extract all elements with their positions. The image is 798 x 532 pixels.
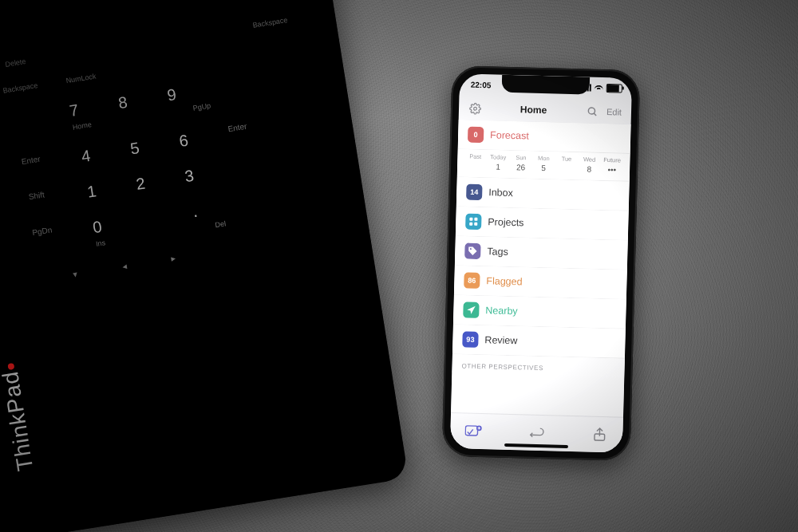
forecast-days[interactable]: PastToday1Sun26Mon5TueWed8Future••• xyxy=(457,149,630,182)
forecast-day[interactable]: Mon5 xyxy=(532,155,555,173)
svg-rect-5 xyxy=(474,223,477,226)
forecast-day[interactable]: Sun26 xyxy=(509,154,532,172)
forecast-day[interactable]: Past xyxy=(464,152,487,171)
desk-scene: DeleteBackspace BackspaceNumLock 789 Hom… xyxy=(0,0,798,532)
wifi-icon xyxy=(595,85,603,91)
perspective-label: Review xyxy=(484,334,517,346)
laptop: DeleteBackspace BackspaceNumLock 789 Hom… xyxy=(0,0,409,532)
other-perspectives-header: OTHER PERSPECTIVES xyxy=(452,354,625,377)
svg-rect-4 xyxy=(469,223,472,226)
perspective-label: Inbox xyxy=(488,187,513,199)
undo-icon[interactable] xyxy=(527,425,546,442)
forecast-day[interactable]: Future••• xyxy=(600,156,623,175)
svg-point-0 xyxy=(473,107,476,110)
forecast-label: Forecast xyxy=(490,129,529,141)
perspective-label: Flagged xyxy=(486,275,523,287)
new-inbox-icon[interactable] xyxy=(464,424,483,440)
forecast-day[interactable]: Today1 xyxy=(487,153,510,171)
laptop-surface: DeleteBackspace BackspaceNumLock 789 Hom… xyxy=(0,0,396,532)
perspective-projects[interactable]: Projects xyxy=(456,207,629,241)
edit-button[interactable]: Edit xyxy=(606,107,622,116)
perspective-tags[interactable]: Tags xyxy=(455,236,628,270)
phone-notch xyxy=(502,75,591,95)
perspective-review[interactable]: 93Review xyxy=(452,325,626,359)
settings-icon[interactable] xyxy=(468,102,481,115)
perspective-flagged[interactable]: 86Flagged xyxy=(454,266,627,300)
perspective-badge xyxy=(465,214,482,231)
perspective-badge xyxy=(464,242,481,259)
perspectives-list[interactable]: 0 Forecast PastToday1Sun26Mon5TueWed8Fut… xyxy=(451,120,631,418)
phone-screen: 22:05 Home Edit xyxy=(450,73,632,452)
share-icon[interactable] xyxy=(591,427,609,443)
battery-icon xyxy=(606,84,622,93)
perspective-forecast[interactable]: 0 Forecast xyxy=(458,120,631,154)
forecast-day[interactable]: Tue xyxy=(555,155,578,173)
thinkpad-logo: ThinkPad xyxy=(0,361,38,473)
svg-rect-2 xyxy=(469,218,472,221)
perspective-label: Tags xyxy=(487,246,508,258)
forecast-badge: 0 xyxy=(468,127,484,144)
nav-title: Home xyxy=(520,104,547,116)
phone-device: 22:05 Home Edit xyxy=(442,65,641,461)
status-time: 22:05 xyxy=(471,81,492,90)
numpad-keys: DeleteBackspace BackspaceNumLock 789 Hom… xyxy=(0,15,342,378)
perspective-badge: 14 xyxy=(466,184,483,201)
perspective-badge: 86 xyxy=(464,272,480,289)
perspective-inbox[interactable]: 14Inbox xyxy=(456,177,630,211)
perspective-badge: 93 xyxy=(462,331,479,348)
perspective-label: Projects xyxy=(488,216,524,228)
forecast-day[interactable]: Wed8 xyxy=(578,156,601,174)
svg-rect-3 xyxy=(474,218,477,221)
perspective-label: Nearby xyxy=(485,305,518,317)
perspective-badge xyxy=(463,301,480,318)
search-icon[interactable] xyxy=(586,104,598,117)
perspective-nearby[interactable]: Nearby xyxy=(453,295,626,329)
